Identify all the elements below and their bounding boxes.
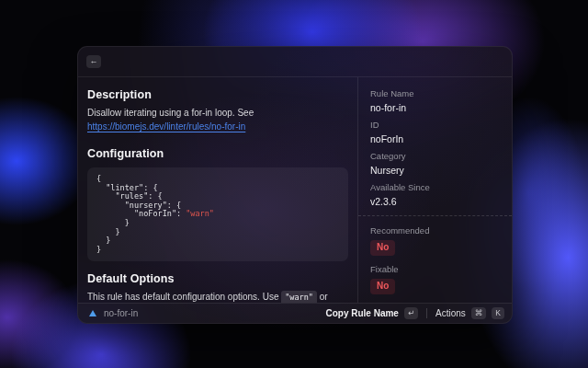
flag-fixable: Fixable No	[370, 264, 500, 294]
k-keycap: K	[492, 307, 504, 319]
description-heading: Description	[87, 88, 348, 102]
enter-keycap: ↵	[404, 307, 418, 319]
scroll-area[interactable]: Description Disallow iterating using a f…	[78, 77, 357, 303]
field-label: ID	[370, 120, 500, 131]
window-header: ←	[78, 47, 512, 77]
recommended-badge: No	[370, 240, 395, 256]
field-label: Category	[370, 151, 500, 162]
field-id: ID noForIn	[370, 120, 500, 145]
flag-label: Recommended	[370, 225, 500, 236]
warn-inline-code: "warn"	[281, 291, 317, 303]
field-label: Rule Name	[370, 88, 500, 99]
metadata-sidebar: Rule Name no-for-in ID noForIn Category …	[357, 77, 512, 303]
field-value: noForIn	[370, 133, 500, 145]
field-available-since: Available Since v2.3.6	[370, 182, 500, 208]
field-label: Available Since	[370, 182, 500, 193]
back-arrow-icon: ←	[90, 56, 98, 65]
actions-button[interactable]: Actions ⌘ K	[435, 307, 504, 319]
configuration-code-block: { "linter": { "rules": { "nursery": { "n…	[87, 167, 348, 261]
sidebar-divider	[358, 215, 512, 216]
description-text: Disallow iterating using a for-in loop. …	[87, 108, 254, 118]
default-options-text: or	[317, 292, 328, 302]
default-options-text: This rule has default configuration opti…	[87, 292, 281, 302]
footer-rule-name: no-for-in	[104, 308, 138, 318]
biome-logo-icon	[89, 310, 96, 316]
copy-rule-name-button[interactable]: Copy Rule Name ↵	[325, 307, 418, 319]
configuration-heading: Configuration	[87, 147, 348, 161]
flag-label: Fixable	[370, 264, 500, 275]
default-options-heading: Default Options	[87, 272, 348, 286]
back-button[interactable]: ←	[86, 55, 101, 68]
cmd-keycap: ⌘	[471, 307, 487, 319]
default-options-paragraph: This rule has default configuration opti…	[87, 290, 348, 303]
flag-recommended: Recommended No	[370, 225, 500, 256]
copy-rule-name-label: Copy Rule Name	[325, 308, 398, 318]
footer-divider	[426, 308, 427, 318]
field-category: Category Nursery	[370, 151, 500, 177]
rule-doc-link[interactable]: https://biomejs.dev/linter/rules/no-for-…	[87, 121, 245, 132]
actions-label: Actions	[435, 308, 466, 318]
field-value: v2.3.6	[370, 196, 500, 208]
field-rule-name: Rule Name no-for-in	[370, 88, 500, 114]
rule-detail-window: ← Description Disallow iterating using a…	[77, 46, 513, 324]
field-value: no-for-in	[370, 102, 500, 114]
action-bar: no-for-in Copy Rule Name ↵ Actions ⌘ K	[78, 303, 512, 323]
content-row: Description Disallow iterating using a f…	[78, 77, 512, 303]
field-value: Nursery	[370, 165, 500, 177]
description-paragraph: Disallow iterating using a for-in loop. …	[87, 106, 348, 133]
fixable-badge: No	[370, 279, 395, 294]
